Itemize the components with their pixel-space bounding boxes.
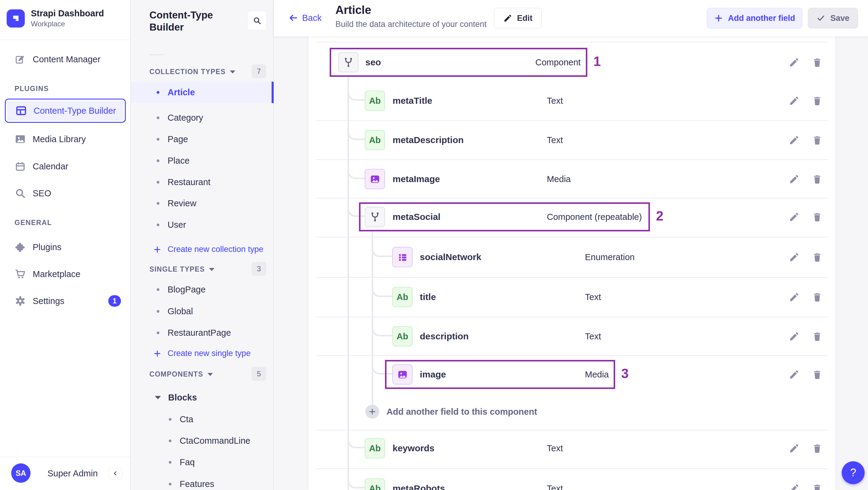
sidebar-item-marketplace[interactable]: Marketplace — [5, 263, 126, 285]
group-header-single-types[interactable]: SINGLE TYPES — [149, 265, 214, 273]
link-label: Create new collection type — [167, 245, 264, 254]
edit-field-button[interactable] — [787, 56, 801, 69]
delete-field-button[interactable] — [810, 94, 824, 108]
group-header-collection-types[interactable]: COLLECTION TYPES — [149, 68, 235, 76]
delete-field-button[interactable] — [810, 133, 824, 147]
component-ctacommandline[interactable]: CtaCommandLine — [131, 430, 274, 452]
delete-field-button[interactable] — [810, 482, 824, 490]
component-category-blocks[interactable]: Blocks — [131, 387, 274, 408]
delete-field-button[interactable] — [810, 330, 824, 343]
edit-field-button[interactable] — [787, 482, 801, 490]
section-label-general: GENERAL — [14, 219, 52, 227]
sidebar-item-content-type-builder[interactable]: Content-Type Builder — [5, 99, 126, 123]
component-features[interactable]: Features — [131, 473, 274, 490]
edit-field-button[interactable] — [787, 94, 801, 108]
collection-type-user[interactable]: User — [131, 214, 274, 236]
field-name: keywords — [393, 443, 434, 453]
chevron-down-icon — [208, 373, 213, 376]
save-button[interactable]: Save — [808, 8, 858, 28]
item-label: Faq — [180, 457, 195, 467]
sidebar-item-media-library[interactable]: Media Library — [5, 128, 126, 150]
edit-label: Edit — [517, 13, 533, 23]
chevron-down-icon — [230, 70, 235, 73]
field-row: seoComponent — [309, 46, 835, 79]
field-row: socialNetworkEnumeration — [309, 241, 835, 274]
collection-type-page[interactable]: Page — [131, 128, 274, 150]
delete-field-button[interactable] — [810, 56, 824, 69]
trash-icon — [812, 292, 823, 303]
plus-icon — [153, 245, 161, 254]
settings-notification-badge: 1 — [108, 295, 121, 307]
delete-field-button[interactable] — [810, 290, 824, 304]
check-icon — [816, 13, 825, 23]
sidebar-item-plugins[interactable]: Plugins — [5, 236, 126, 258]
workspace-brand[interactable]: Strapi Dashboard Workplace — [7, 8, 104, 28]
single-type-restaurantpage[interactable]: RestaurantPage — [131, 322, 274, 344]
collection-type-restaurant[interactable]: Restaurant — [131, 172, 274, 193]
link-label: Create new single type — [167, 349, 251, 358]
delete-field-button[interactable] — [810, 210, 824, 223]
delete-field-button[interactable] — [810, 368, 824, 381]
delete-field-button[interactable] — [810, 441, 824, 455]
pencil-icon — [789, 292, 800, 303]
sidebar-item-content-manager[interactable]: Content Manager — [5, 49, 126, 70]
back-button[interactable]: Back — [288, 13, 321, 23]
field-name: title — [420, 292, 436, 302]
edit-button[interactable]: Edit — [494, 8, 542, 28]
collection-type-place[interactable]: Place — [131, 150, 274, 172]
collection-type-article[interactable]: Article — [131, 82, 274, 103]
bullet-icon — [157, 181, 159, 184]
single-type-global[interactable]: Global — [131, 301, 274, 322]
add-component-field-button[interactable] — [365, 405, 379, 419]
fields-table: Add another field to this component seoC… — [309, 36, 835, 490]
single-types-count: 3 — [252, 262, 266, 276]
component-cta[interactable]: Cta — [131, 409, 274, 430]
pencil-icon — [789, 174, 800, 184]
collection-type-category[interactable]: Category — [131, 107, 274, 128]
group-label: Blocks — [168, 393, 197, 403]
collection-type-review[interactable]: Review — [131, 193, 274, 214]
edit-field-button[interactable] — [787, 210, 801, 223]
sidebar-item-calendar[interactable]: Calendar — [5, 155, 126, 177]
field-name: description — [420, 331, 469, 341]
item-label: Page — [167, 134, 188, 144]
group-header-components[interactable]: COMPONENTS — [149, 370, 213, 378]
save-label: Save — [830, 13, 849, 23]
component-faq[interactable]: Faq — [131, 452, 274, 473]
item-label: User — [167, 220, 186, 230]
edit-field-button[interactable] — [787, 368, 801, 381]
edit-field-button[interactable] — [787, 441, 801, 455]
search-button[interactable] — [247, 11, 267, 30]
edit-field-button[interactable] — [787, 133, 801, 147]
field-row: metaImageMedia — [309, 162, 835, 196]
pencil-icon — [789, 443, 800, 454]
annotation-number: 2 — [656, 208, 663, 223]
edit-field-button[interactable] — [787, 330, 801, 343]
item-label: BlogPage — [167, 285, 206, 295]
edit-field-button[interactable] — [787, 290, 801, 304]
bullet-icon — [157, 202, 159, 205]
create-single-type-link[interactable]: Create new single type — [131, 343, 274, 364]
cart-icon — [14, 268, 26, 280]
collapse-sidebar-button[interactable] — [108, 467, 122, 480]
help-button[interactable]: ? — [842, 461, 865, 484]
delete-field-button[interactable] — [810, 173, 824, 186]
user-avatar[interactable]: SA — [11, 463, 31, 483]
item-label: Cta — [180, 415, 193, 424]
trash-icon — [812, 211, 823, 222]
item-label: Review — [167, 198, 196, 208]
sidebar-item-settings[interactable]: Settings — [5, 290, 126, 312]
trash-icon — [812, 134, 823, 146]
arrow-left-icon — [288, 13, 299, 23]
delete-field-button[interactable] — [810, 250, 824, 264]
edit-field-button[interactable] — [787, 250, 801, 264]
item-label: Global — [167, 306, 193, 316]
add-another-field-button[interactable]: Add another field — [707, 8, 802, 28]
edit-field-button[interactable] — [787, 173, 801, 186]
sidebar-item-seo[interactable]: SEO — [5, 182, 126, 204]
create-collection-type-link[interactable]: Create new collection type — [131, 239, 274, 260]
single-type-blogpage[interactable]: BlogPage — [131, 279, 274, 300]
feather-icon — [14, 54, 26, 65]
pencil-icon — [789, 57, 800, 68]
row-divider — [316, 159, 828, 160]
